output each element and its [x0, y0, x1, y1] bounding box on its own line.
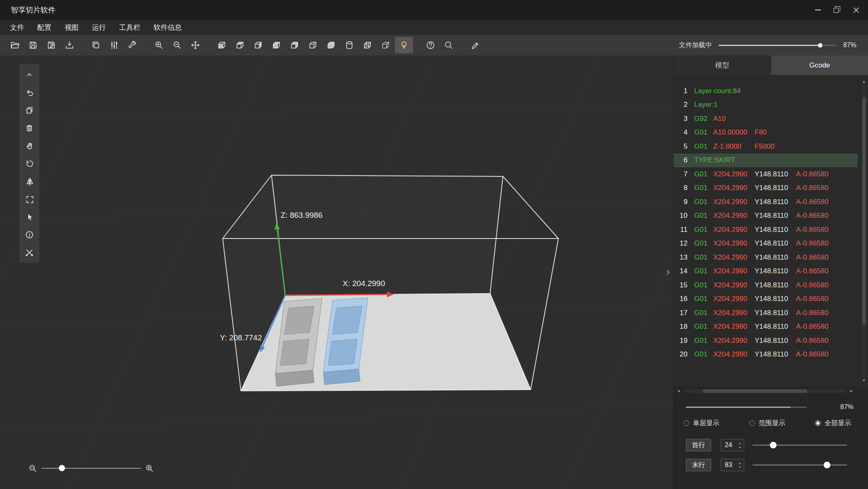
gcode-line[interactable]: 19G01X204.2990Y148.8110A-0.86580 — [673, 334, 858, 348]
last-line-spinner[interactable]: 83 ▲▼ — [721, 459, 744, 471]
scroll-right-icon[interactable]: ► — [849, 389, 853, 393]
gcode-line[interactable]: 2Layer:1 — [673, 98, 858, 112]
gcode-line[interactable]: 10G01X204.2990Y148.8110A-0.86580 — [673, 209, 858, 223]
view-front-button[interactable] — [213, 37, 231, 53]
view-left-button[interactable] — [249, 37, 267, 53]
rotate-button[interactable] — [19, 154, 39, 172]
mirror-button[interactable] — [19, 172, 39, 190]
pan-button[interactable] — [19, 137, 39, 154]
cube-wire-button[interactable] — [358, 37, 377, 53]
stepper-down-icon[interactable]: ▼ — [738, 446, 741, 449]
tab-model[interactable]: 模型 — [673, 55, 771, 75]
display-mode-option-2[interactable]: 范围显示 — [749, 419, 785, 428]
repair-button[interactable] — [19, 243, 39, 261]
panel-collapse-button[interactable]: › — [663, 265, 673, 278]
gcode-line[interactable]: 1Layer count:84 — [673, 84, 858, 98]
first-line-button[interactable]: 首行 — [686, 439, 711, 451]
restore-button[interactable] — [827, 0, 846, 20]
gcode-line[interactable]: 13G01X204.2990Y148.8110A-0.86580 — [673, 251, 858, 265]
menu-toolbar[interactable]: 工具栏 — [113, 20, 147, 35]
gcode-line[interactable]: 15G01X204.2990Y148.8110A-0.86580 — [673, 278, 858, 292]
import-button[interactable] — [60, 37, 79, 53]
menu-about[interactable]: 软件信息 — [147, 20, 188, 35]
scene-canvas[interactable]: Z: 863.9986 X: 204.2990 Y: 208.7742 — [0, 55, 673, 489]
cube-dots-button[interactable] — [377, 37, 395, 53]
display-mode-option-3[interactable]: 全部显示 — [815, 419, 851, 428]
scroll-up-button[interactable] — [19, 65, 39, 83]
first-line-stepper[interactable]: ▲▼ — [738, 442, 744, 449]
gcode-progress-bar[interactable] — [686, 407, 806, 408]
tools-button[interactable] — [123, 37, 142, 53]
gcode-vertical-scrollbar[interactable]: ▲ ▼ — [861, 80, 867, 383]
loading-progress-thumb[interactable] — [818, 43, 822, 48]
last-line-value[interactable]: 83 — [721, 461, 738, 469]
last-line-slider-handle[interactable] — [824, 462, 830, 468]
duplicate-button[interactable] — [19, 101, 39, 119]
cylinder-button[interactable] — [340, 37, 358, 53]
last-line-slider[interactable] — [753, 459, 847, 471]
adjust-button[interactable] — [105, 37, 123, 53]
zoom-in-small-icon[interactable] — [145, 464, 154, 473]
last-line-slider-track[interactable] — [753, 465, 847, 465]
stepper-up-icon[interactable]: ▲ — [738, 442, 741, 445]
close-button[interactable] — [846, 0, 866, 20]
undo-button[interactable] — [19, 83, 39, 101]
fit-view-button[interactable] — [19, 190, 39, 208]
view-bottom-button[interactable] — [304, 37, 322, 53]
gcode-line[interactable]: 11G01X204.2990Y148.8110A-0.86580 — [673, 223, 858, 237]
view-back-button[interactable] — [231, 37, 249, 53]
menu-run[interactable]: 运行 — [85, 20, 113, 35]
first-line-slider[interactable] — [753, 439, 847, 451]
gcode-line[interactable]: 17G01X204.2990Y148.8110A-0.86580 — [673, 306, 858, 320]
first-line-slider-handle[interactable] — [770, 442, 777, 448]
copy-object-button[interactable] — [87, 37, 105, 53]
view-right-button[interactable] — [267, 37, 286, 53]
gcode-line[interactable]: 12G01X204.2990Y148.8110A-0.86580 — [673, 237, 858, 251]
title-bar[interactable]: 智享切片软件 — [0, 0, 868, 20]
first-line-value[interactable]: 24 — [721, 441, 738, 449]
select-button[interactable] — [19, 208, 39, 226]
scroll-up-icon[interactable]: ▲ — [862, 80, 866, 84]
menu-view[interactable]: 视图 — [58, 20, 85, 35]
gcode-line[interactable]: 5G01Z-1.8000F5000 — [673, 140, 858, 154]
vertical-scroll-track[interactable] — [862, 85, 866, 377]
first-line-slider-track[interactable] — [753, 445, 847, 446]
radio-icon[interactable] — [683, 420, 689, 426]
vertical-scroll-thumb[interactable] — [862, 97, 866, 325]
minimize-button[interactable] — [808, 0, 827, 20]
save-button[interactable] — [24, 37, 42, 53]
radio-icon[interactable] — [815, 420, 821, 426]
first-line-spinner[interactable]: 24 ▲▼ — [721, 439, 744, 451]
display-mode-option-1[interactable]: 单层显示 — [683, 419, 719, 428]
menu-config[interactable]: 配置 — [31, 20, 58, 35]
gcode-line[interactable]: 8G01X204.2990Y148.8110A-0.86580 — [673, 181, 858, 195]
horizontal-scroll-thumb[interactable] — [703, 389, 807, 393]
gcode-line[interactable]: 18G01X204.2990Y148.8110A-0.86580 — [673, 320, 858, 334]
gcode-line[interactable]: 9G01X204.2990Y148.8110A-0.86580 — [673, 195, 858, 209]
stepper-down-icon[interactable]: ▼ — [738, 466, 741, 469]
gcode-line[interactable]: 6TYPE:SKIRT — [673, 154, 858, 168]
delete-button[interactable] — [19, 119, 39, 137]
find-button[interactable] — [440, 37, 458, 53]
zoom-in-button[interactable] — [150, 37, 168, 53]
gcode-line[interactable]: 14G01X204.2990Y148.8110A-0.86580 — [673, 265, 858, 279]
view-iso-button[interactable] — [322, 37, 340, 53]
gcode-line[interactable]: 3G92A10 — [673, 112, 858, 126]
help-button[interactable] — [421, 37, 440, 53]
viewport-zoom-handle[interactable] — [59, 465, 65, 471]
info-button[interactable] — [19, 226, 39, 243]
last-line-button[interactable]: 末行 — [686, 459, 711, 471]
gcode-line[interactable]: 16G01X204.2990Y148.8110A-0.86580 — [673, 292, 858, 306]
gcode-line[interactable]: 4G01A10.00000F80 — [673, 126, 858, 140]
radio-icon[interactable] — [749, 420, 755, 426]
gcode-list[interactable]: 1Layer count:842Layer:13G92A104G01A10.00… — [673, 84, 858, 387]
gcode-line[interactable]: 7G01X204.2990Y148.8110A-0.86580 — [673, 167, 858, 181]
zoom-out-button[interactable] — [168, 37, 186, 53]
pen-button[interactable] — [466, 37, 484, 53]
viewport-3d[interactable]: Z: 863.9986 X: 204.2990 Y: 208.7742 — [0, 55, 673, 489]
loading-progress-bar[interactable] — [719, 45, 837, 46]
gcode-line[interactable]: 20G01X204.2990Y148.8110A-0.86580 — [673, 348, 858, 362]
zoom-out-small-icon[interactable] — [28, 464, 37, 473]
light-button[interactable] — [395, 37, 413, 53]
horizontal-scroll-track[interactable] — [683, 389, 846, 393]
